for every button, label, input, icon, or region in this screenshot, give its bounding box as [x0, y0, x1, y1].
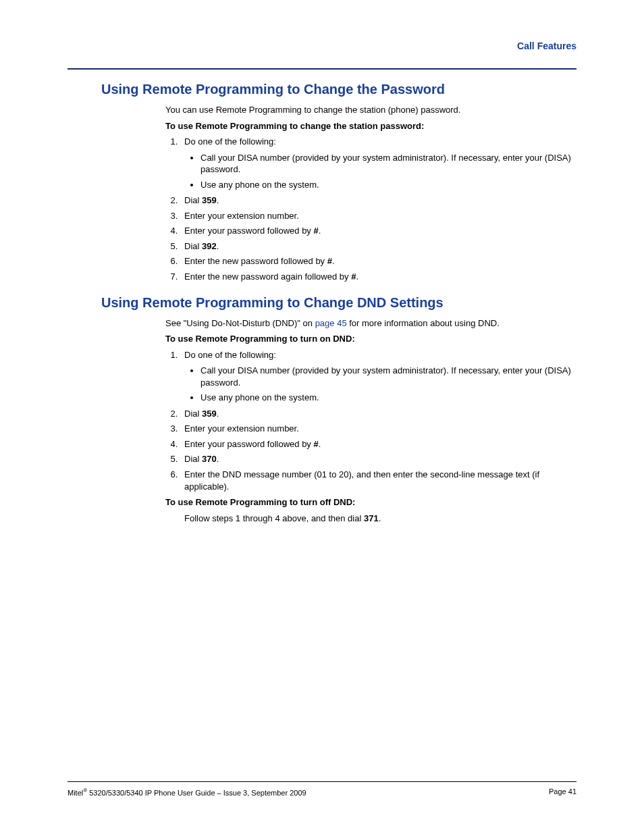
list-item: Do one of the following: Call your DISA …	[180, 136, 576, 190]
step-text: Do one of the following:	[184, 136, 276, 147]
t: .	[217, 409, 219, 419]
t: Dial	[184, 241, 202, 251]
t: Dial	[184, 195, 202, 205]
list-item: Enter the DND message number (01 to 20),…	[180, 469, 576, 492]
list-item: Dial 359.	[180, 194, 576, 207]
heading-change-dnd: Using Remote Programming to Change DND S…	[101, 295, 576, 311]
page: Call Features Using Remote Programming t…	[0, 0, 644, 834]
t: Enter your password followed by	[184, 226, 313, 236]
t: 359	[202, 409, 217, 419]
t: #	[313, 439, 318, 449]
list-item: Dial 370.	[180, 453, 576, 465]
footer-left: Mitel® 5320/5330/5340 IP Phone User Guid…	[68, 787, 306, 797]
t: Dial	[184, 454, 202, 464]
t: .	[379, 513, 381, 523]
section2-steps: Do one of the following: Call your DISA …	[180, 349, 576, 492]
t: #	[327, 256, 332, 266]
page-footer: Mitel® 5320/5330/5340 IP Phone User Guid…	[68, 781, 576, 797]
t: 5320/5330/5340 IP Phone User Guide – Iss…	[87, 789, 306, 797]
section2-subhead-off: To use Remote Programming to turn off DN…	[165, 496, 576, 509]
section1-body: You can use Remote Programming to change…	[165, 104, 576, 283]
list-item: Enter your password followed by #.	[180, 225, 576, 237]
t: Enter your password followed by	[184, 439, 313, 449]
list-item: Enter the new password followed by #.	[180, 255, 576, 267]
list-item: Use any phone on the system.	[200, 392, 576, 404]
list-item: Use any phone on the system.	[200, 179, 576, 191]
header-block: Call Features	[68, 41, 576, 70]
list-item: Dial 392.	[180, 240, 576, 253]
header-section-label: Call Features	[68, 41, 576, 51]
list-item: Dial 359.	[180, 408, 576, 420]
section1-steps: Do one of the following: Call your DISA …	[180, 136, 576, 282]
t: 392	[202, 241, 217, 251]
step-text: Do one of the following:	[184, 350, 276, 360]
section1-subhead: To use Remote Programming to change the …	[165, 120, 576, 132]
t: #	[313, 226, 318, 236]
section2-intro: See "Using Do-Not-Disturb (DND)" on page…	[165, 317, 576, 330]
t: .	[356, 271, 358, 282]
section1-intro: You can use Remote Programming to change…	[165, 104, 576, 116]
t: See "Using Do-Not-Disturb (DND)" on	[165, 318, 315, 328]
list-item: Enter your extension number.	[180, 423, 576, 435]
list-item: Do one of the following: Call your DISA …	[180, 349, 576, 404]
t: .	[217, 454, 219, 464]
list-item: Enter the new password again followed by…	[180, 271, 576, 283]
t: 370	[202, 454, 217, 464]
section2-off-text: Follow steps 1 through 4 above, and then…	[184, 513, 576, 525]
t: Dial	[184, 409, 202, 419]
heading-change-password: Using Remote Programming to Change the P…	[101, 82, 576, 97]
t: .	[332, 256, 335, 266]
t: Enter the new password again followed by	[184, 271, 351, 282]
t: .	[217, 195, 219, 205]
t: Enter the new password followed by	[184, 256, 327, 266]
page-link[interactable]: page 45	[315, 318, 347, 328]
t: .	[217, 241, 219, 251]
section2-body: See "Using Do-Not-Disturb (DND)" on page…	[165, 317, 576, 525]
list-item: Enter your extension number.	[180, 210, 576, 222]
list-item: Enter your password followed by #.	[180, 438, 576, 450]
sublist: Call your DISA number (provided by your …	[200, 152, 576, 191]
list-item: Call your DISA number (provided by your …	[200, 152, 576, 176]
t: .	[319, 226, 321, 236]
t: 359	[202, 195, 217, 205]
t: Follow steps 1 through 4 above, and then…	[184, 513, 364, 523]
header-rule	[68, 68, 576, 70]
section2-subhead-on: To use Remote Programming to turn on DND…	[165, 333, 576, 345]
t: 371	[364, 513, 379, 523]
footer-right: Page 41	[549, 787, 576, 797]
sublist: Call your DISA number (provided by your …	[200, 365, 576, 404]
t: Mitel	[68, 789, 83, 797]
t: for more information about using DND.	[347, 318, 500, 328]
list-item: Call your DISA number (provided by your …	[200, 365, 576, 388]
t: .	[319, 439, 321, 449]
